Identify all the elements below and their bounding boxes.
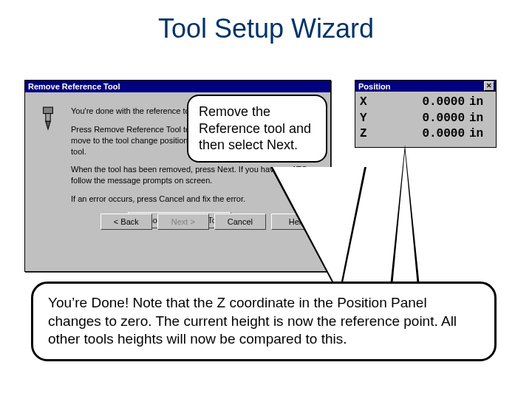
position-panel: Position ✕ X 0.0000 in Y 0.0000 in Z 0.0… (355, 80, 497, 148)
callout-done-note: You’re Done! Note that the Z coordinate … (31, 282, 497, 361)
callout-remove-reference: Remove the Reference tool and then selec… (187, 95, 327, 163)
position-titlebar: Position ✕ (355, 81, 496, 92)
axis-unit: in (469, 126, 491, 143)
position-title: Position (358, 82, 390, 91)
wizard-titlebar: Remove Reference Tool (25, 81, 330, 92)
tool-icon (35, 106, 61, 131)
position-row-x: X 0.0000 in (360, 95, 491, 111)
axis-label: Y (360, 111, 381, 127)
back-button[interactable]: < Back (100, 214, 152, 230)
close-icon[interactable]: ✕ (484, 81, 494, 91)
cancel-button[interactable]: Cancel (214, 214, 266, 230)
position-body: X 0.0000 in Y 0.0000 in Z 0.0000 in (355, 92, 496, 147)
slide-title: Tool Setup Wizard (0, 13, 532, 44)
axis-unit: in (469, 95, 491, 111)
axis-label: Z (360, 126, 381, 143)
axis-value: 0.0000 (381, 95, 469, 111)
axis-label: X (360, 95, 381, 111)
position-row-z: Z 0.0000 in (360, 126, 491, 143)
position-row-y: Y 0.0000 in (360, 111, 491, 127)
axis-value: 0.0000 (381, 126, 469, 143)
svg-rect-1 (46, 114, 50, 122)
svg-marker-2 (46, 121, 50, 129)
next-button[interactable]: Next > (157, 214, 209, 230)
svg-rect-0 (44, 107, 53, 114)
axis-value: 0.0000 (381, 111, 469, 127)
axis-unit: in (469, 111, 491, 127)
